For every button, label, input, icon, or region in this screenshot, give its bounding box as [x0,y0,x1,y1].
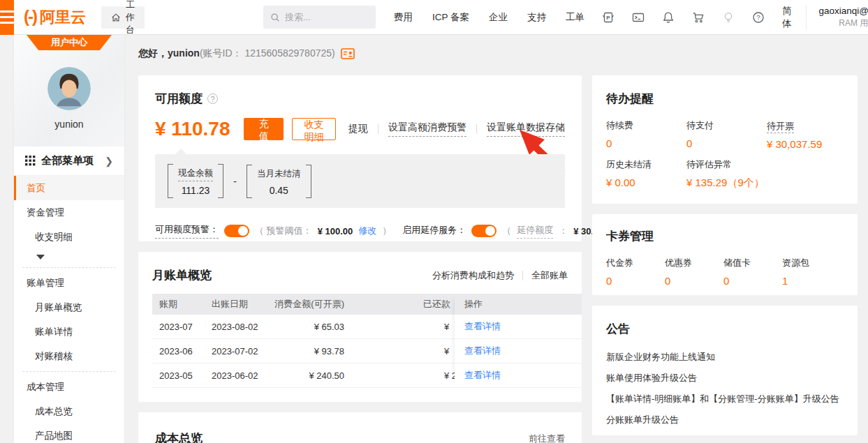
sidebar-item-home[interactable]: 首页 [14,176,124,200]
suspend-service-label: 启用延停服务： [402,224,466,239]
sidebar-item-income-expense[interactable]: 收支明细 [14,225,124,249]
stat-label: 资源包 [782,257,844,269]
nav-item-enterprise[interactable]: 企业 [489,11,508,24]
modify-link[interactable]: 修改 [358,225,376,237]
question-circle-icon[interactable]: ? [207,93,218,104]
bill-repaid: ¥ [444,346,449,356]
alibaba-cloud-logo[interactable]: (-) 阿里云 [24,7,86,28]
suspend-service-toggle[interactable] [471,225,496,237]
unsettled-value: 0.45 [257,185,301,196]
view-detail-link[interactable]: 查看详情 [464,320,501,333]
col-amount: 消费金额(可开票) [152,298,344,310]
bill-amount: ¥ 93.78 [152,346,344,356]
sidebar-item-cost-mgmt[interactable]: 成本管理 [14,375,124,399]
workbench-button[interactable]: 工作台 [101,6,145,29]
home-icon [111,13,121,22]
income-expense-button[interactable]: 收支明细 [292,118,336,140]
id-card-icon[interactable] [341,48,355,59]
unsettled-label: 当月未结清 [257,168,301,181]
quota-alert-label[interactable]: 可用额度预警： [155,223,219,239]
greeting-name: yunion [168,47,200,59]
all-bills-link[interactable]: 全部账单 [531,269,568,282]
nav-item-icp[interactable]: ICP 备案 [432,11,469,24]
recharge-button[interactable]: 充值 [244,118,284,140]
withdraw-link[interactable]: 提现 [348,123,368,135]
sidebar-item-monthly-bill[interactable]: 月账单概览 [14,295,124,320]
user-name: gaoxianqi@... [819,6,868,16]
profile-username: yunion [54,119,83,130]
sidebar-menu: 首页 资金管理 收支明细 账单管理 月账单概览 账单详情 对账稽核 成本管理 成… [14,176,124,443]
view-detail-link[interactable]: 查看详情 [464,345,501,357]
help-icon[interactable]: ? [752,11,765,24]
search-input[interactable] [285,12,369,22]
suspend-quota-term[interactable]: 延停额度 [517,224,553,239]
sidebar-item-reconciliation[interactable]: 对账稽核 [14,344,124,368]
stat-invoice: 待开票 ¥ 30,037.59 [767,119,844,150]
stat-label: 历史未结清 [606,158,686,171]
sidebar-item-bill-mgmt[interactable]: 账单管理 [14,271,124,295]
notice-card: 公告 新版企业财务功能上线通知 账单使用体验升级公告 【账单详情-明细账单】和【… [592,306,858,435]
stat-label: 代金券 [606,257,665,269]
nav-item-support[interactable]: 支持 [527,11,546,24]
stat-value[interactable]: 0 [606,275,665,287]
stat-value[interactable]: 0 [606,137,686,149]
notice-link[interactable]: 分账账单升级公告 [606,410,844,430]
notification-bell-icon[interactable] [662,11,675,24]
nav-item-tickets[interactable]: 工单 [566,11,584,24]
divider [476,124,477,134]
view-detail-link[interactable]: 查看详情 [464,369,501,382]
go-view-link[interactable]: 前往查看 [529,433,565,443]
sidebar-profile: 用户中心 yunion [14,35,124,147]
terminal-icon[interactable] [632,11,645,24]
stat-label: 优惠券 [665,257,723,269]
stat-value[interactable]: 0 [665,275,723,287]
locale-switch[interactable]: 简体 [782,5,792,30]
stat-pending-pay: 待支付 0 [686,119,767,150]
shopping-cart-icon[interactable] [692,11,705,24]
quota-alert-toggle[interactable] [224,225,249,237]
set-high-spend-alert-link[interactable]: 设置高额消费预警 [388,121,466,137]
monthly-bills-card: 月账单概览 分析消费构成和趋势 全部账单 账期 出账日期 消费金额(可开票) 已 [138,252,582,402]
stat-value[interactable]: 0 [686,137,767,149]
sidebar-item-cost-overview[interactable]: 成本总览 [14,399,124,423]
stat-value[interactable]: ¥ 135.29（9个） [686,177,767,190]
triangle-down-icon [36,255,45,260]
divider [378,124,378,134]
analyze-trend-link[interactable]: 分析消费构成和趋势 [432,269,514,282]
stat-value[interactable]: ¥ 30,037.59 [767,138,844,150]
top-icon-row: P ? [602,11,765,24]
user-role: RAM 用户 [839,17,868,29]
bill-amount: ¥ 65.03 [152,322,344,332]
stat-label: 待续费 [606,119,686,132]
search-box[interactable] [263,6,376,29]
svg-text:P: P [606,15,610,21]
stat-value[interactable]: 0 [723,275,782,287]
stat-label: 待支付 [686,119,767,132]
lightbulb-icon[interactable] [722,11,735,24]
user-block[interactable]: gaoxianqi@... RAM 用户 [806,5,868,30]
notice-link[interactable]: 新版企业财务功能上线通知 [606,347,844,368]
balance-formula-panel: 现金余额 111.23 - 当月未结清 0.45 [155,154,565,208]
stat-value[interactable]: 1 [782,275,844,287]
cash-balance-label[interactable]: 现金余额 [178,167,213,181]
bills-title: 月账单概览 [152,267,212,283]
stat-value[interactable]: ¥ 0.00 [606,177,686,188]
nav-item-fees[interactable]: 费用 [394,11,413,24]
set-bill-storage-link[interactable]: 设置账单数据存储 [487,121,565,137]
sidebar-item-bill-detail[interactable]: 账单详情 [14,320,124,344]
hamburger-menu-icon[interactable] [0,0,14,35]
stat-label[interactable]: 待开票 [767,121,794,133]
all-menu-button[interactable]: 全部菜单项 ❯ [14,147,124,176]
api-icon[interactable]: P [602,11,615,24]
greeting-bar: 您好，yunion(账号ID： 1215605829780725) [138,43,858,64]
collapse-arrow[interactable] [14,249,124,264]
greeting-hello: 您好， [138,47,168,59]
col-actions: 操作 [455,294,582,315]
sidebar-item-funds[interactable]: 资金管理 [14,200,124,225]
notice-link[interactable]: 账单使用体验升级公告 [606,368,844,389]
grid-icon [25,156,36,166]
notice-link[interactable]: 【账单详情-明细账单】和【分账管理-分账账单】升级公告 [606,389,844,410]
sidebar: 用户中心 yunion 全部菜单项 ❯ 首页 资金管理 收支明细 账单管理 月账… [14,35,124,443]
chevron-right-icon: ❯ [105,156,113,167]
sidebar-item-product-map[interactable]: 产品地图 [14,423,124,443]
